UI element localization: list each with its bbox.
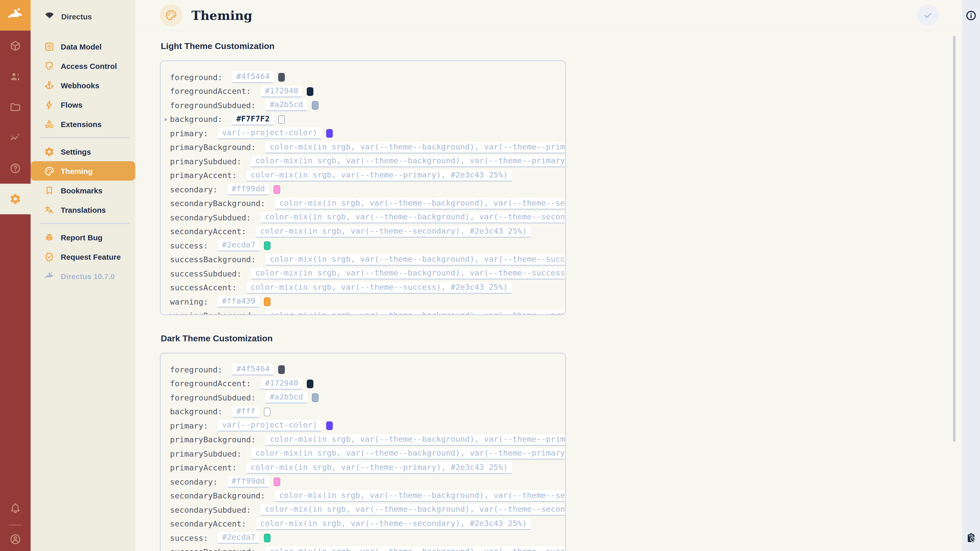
theme-rule-value-input[interactable]: #2ecda7 xyxy=(218,240,259,252)
theme-rule-row: foreground: #4f5464 xyxy=(170,70,565,84)
nav-item-data-model[interactable]: Data Model xyxy=(30,37,135,56)
color-swatch[interactable] xyxy=(274,478,280,486)
theme-rule-value-input[interactable]: color-mix(in srgb, var(--theme--backgrou… xyxy=(251,448,565,460)
color-swatch[interactable] xyxy=(307,87,313,96)
bolt-icon xyxy=(44,99,55,110)
theme-rule-value-input[interactable]: #ff99dd xyxy=(228,476,269,488)
color-swatch[interactable] xyxy=(312,394,318,402)
theme-rule-value-input[interactable]: #ffa439 xyxy=(218,296,259,308)
module-insights[interactable] xyxy=(0,122,30,153)
module-docs[interactable] xyxy=(0,153,30,184)
theme-rule-row: primaryAccent: color-mix(in srgb, var(--… xyxy=(170,168,565,183)
theme-rule-value-input[interactable]: color-mix(in srgb, var(--theme--backgrou… xyxy=(266,142,565,154)
theme-rule-key: primaryBackground: xyxy=(170,435,261,445)
color-swatch[interactable] xyxy=(264,534,271,543)
module-settings[interactable] xyxy=(0,184,30,214)
module-divider xyxy=(9,524,22,526)
theme-rule-key: foregroundSubdued: xyxy=(170,393,261,403)
dark-theme-editor[interactable]: foreground: #4f5464foregroundAccent: #17… xyxy=(160,353,566,551)
palette-icon xyxy=(165,9,177,21)
theme-rule-value-input[interactable]: color-mix(in srgb, var(--theme--backgrou… xyxy=(266,254,565,266)
color-swatch[interactable] xyxy=(307,380,313,388)
color-swatch[interactable] xyxy=(264,298,271,306)
theme-rule-value-input[interactable]: color-mix(in srgb, var(--theme--primary)… xyxy=(247,462,512,474)
theme-rule-value-input[interactable]: #4f5464 xyxy=(232,364,274,376)
nav-item-theming[interactable]: Theming xyxy=(30,161,135,181)
color-swatch[interactable] xyxy=(326,129,332,138)
theme-rule-value-input[interactable]: color-mix(in srgb, var(--theme--backgrou… xyxy=(251,268,565,280)
theme-rule-row: secondarySubdued: color-mix(in srgb, var… xyxy=(170,211,565,225)
theme-rule-value-input[interactable]: #172940 xyxy=(261,378,302,390)
theme-rule-value-input[interactable]: color-mix(in srgb, var(--theme--backgrou… xyxy=(275,198,565,210)
theme-rule-value-input[interactable]: var(--project-color) xyxy=(218,420,321,432)
color-swatch[interactable] xyxy=(278,115,285,124)
dark-theme-section: Dark Theme Customization foreground: #4f… xyxy=(160,333,962,551)
theme-rule-value-input[interactable]: color-mix(in srgb, var(--theme--backgrou… xyxy=(266,546,565,551)
module-content[interactable] xyxy=(0,30,30,61)
theme-rule-value-input[interactable]: color-mix(in srgb, var(--theme--secondar… xyxy=(256,518,531,530)
color-swatch[interactable] xyxy=(278,73,285,82)
theme-rule-value-input[interactable]: #F7F7F2 xyxy=(232,114,274,125)
theme-rule-value-input[interactable]: color-mix(in srgb, var(--theme--success)… xyxy=(247,282,512,294)
directus-logo[interactable] xyxy=(0,0,30,30)
color-swatch[interactable] xyxy=(326,422,332,430)
theme-rule-value-input[interactable]: color-mix(in srgb, var(--theme--backgrou… xyxy=(275,490,565,502)
theme-rule-row: successAccent: color-mix(in srgb, var(--… xyxy=(170,281,565,295)
theme-rule-value-input[interactable]: #172940 xyxy=(261,86,302,97)
theme-rule-key: primary: xyxy=(170,129,213,138)
nav-item-request-feature[interactable]: Request Feature xyxy=(30,247,135,266)
theme-rule-value-input[interactable]: #ff99dd xyxy=(228,184,269,196)
theme-rule-value-input[interactable]: color-mix(in srgb, var(--theme--secondar… xyxy=(256,226,531,238)
translate-icon xyxy=(44,204,55,215)
save-button[interactable] xyxy=(917,5,939,26)
nav-item-bookmarks[interactable]: Bookmarks xyxy=(30,181,135,200)
color-swatch[interactable] xyxy=(274,186,280,194)
nav-item-access-control[interactable]: Access Control xyxy=(30,56,135,76)
color-swatch[interactable] xyxy=(278,365,285,374)
theme-rule-value-input[interactable]: #a2b5cd xyxy=(266,100,307,111)
list-icon xyxy=(44,41,55,52)
nav-item-translations[interactable]: Translations xyxy=(30,200,135,219)
theme-rule-row: background: #fff xyxy=(170,405,565,419)
color-swatch[interactable] xyxy=(312,101,318,110)
theme-rule-value-input[interactable]: color-mix(in srgb, var(--theme--backgrou… xyxy=(261,212,565,224)
theme-rule-value-input[interactable]: color-mix(in srgb, var(--theme--primary)… xyxy=(247,170,512,182)
notifications-button[interactable] xyxy=(0,494,30,522)
nav-item-settings[interactable]: Settings xyxy=(30,142,135,161)
theme-rule-value-input[interactable]: color-mix(in srgb, var(--theme--backgrou… xyxy=(251,156,565,168)
account-button[interactable] xyxy=(0,527,30,551)
module-files[interactable] xyxy=(0,92,30,122)
nav-item-report-bug[interactable]: Report Bug xyxy=(30,227,135,247)
theme-rule-row: primarySubdued: color-mix(in srgb, var(-… xyxy=(170,155,565,168)
theme-rule-row: success: #2ecda7 xyxy=(170,531,565,545)
theme-rule-value-input[interactable]: color-mix(in srgb, var(--theme--backgrou… xyxy=(266,310,565,316)
nav-item-label: Translations xyxy=(61,205,106,214)
theme-rule-key: secondaryBackground: xyxy=(170,492,270,501)
theme-rule-key: warning: xyxy=(170,297,213,306)
revisions-clipboard-icon[interactable] xyxy=(965,532,977,544)
info-icon[interactable] xyxy=(965,10,977,21)
nav-divider xyxy=(40,223,129,224)
theme-rule-value-input[interactable]: color-mix(in srgb, var(--theme--backgrou… xyxy=(266,434,565,446)
theme-rule-value-input[interactable]: #a2b5cd xyxy=(266,392,307,404)
theme-rule-key: primaryAccent: xyxy=(170,171,242,180)
theme-rule-key: secondaryAccent: xyxy=(170,519,251,529)
bookmark-icon xyxy=(44,185,55,196)
theme-rule-value-input[interactable]: color-mix(in srgb, var(--theme--backgrou… xyxy=(261,504,565,516)
project-header[interactable]: Directus xyxy=(30,0,135,33)
nav-item-label: Extensions xyxy=(61,120,102,128)
color-swatch[interactable] xyxy=(264,241,271,250)
content-scrollbar[interactable] xyxy=(953,36,956,442)
nav-list: Data ModelAccess ControlWebhooksFlowsExt… xyxy=(30,37,135,286)
nav-item-flows[interactable]: Flows xyxy=(30,95,135,114)
theme-rule-value-input[interactable]: #fff xyxy=(232,406,259,418)
theme-rule-value-input[interactable]: #2ecda7 xyxy=(218,532,259,544)
nav-item-extensions[interactable]: Extensions xyxy=(30,114,135,134)
nav-item-webhooks[interactable]: Webhooks xyxy=(30,76,135,95)
light-theme-editor[interactable]: foreground: #4f5464foregroundAccent: #17… xyxy=(160,60,566,315)
color-swatch[interactable] xyxy=(264,408,271,416)
anchor-icon xyxy=(44,80,55,91)
module-users[interactable] xyxy=(0,61,30,92)
theme-rule-value-input[interactable]: var(--project-color) xyxy=(218,128,321,140)
theme-rule-value-input[interactable]: #4f5464 xyxy=(232,72,274,83)
